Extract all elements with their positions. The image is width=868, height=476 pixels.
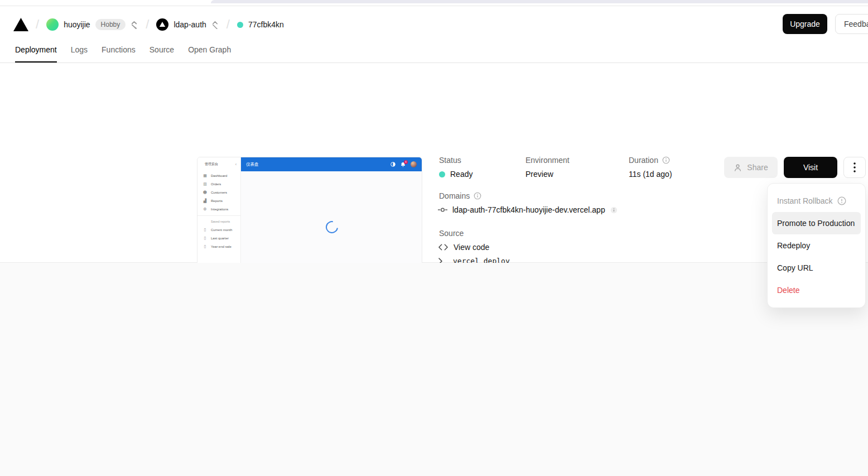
tab-deployment[interactable]: Deployment <box>15 42 57 62</box>
duration-value: 11s (1d ago) <box>629 170 672 179</box>
tab-source[interactable]: Source <box>150 42 174 62</box>
orders-icon: ▥ <box>202 182 208 186</box>
integrations-icon: ⚙ <box>202 207 208 211</box>
info-icon[interactable] <box>662 156 670 164</box>
nav-label: Last quarter <box>211 237 229 240</box>
deployment-id[interactable]: 77cfbk4kn <box>248 20 284 29</box>
breadcrumb: / huoyijie Hobby / ldap-auth / 77cfbk4kn <box>13 15 284 35</box>
deployment-context-menu: Instant Rollback Promote to Production R… <box>767 183 866 308</box>
tab-logs[interactable]: Logs <box>71 42 88 62</box>
thumbnail-topbar: 仪表盘 4 <box>241 157 422 171</box>
chevron-updown-icon <box>211 21 219 29</box>
report-file-icon: ▯ <box>202 236 208 241</box>
environment-block: Environment Preview <box>525 156 570 179</box>
deployment-details-section: Deployment Details Expand All Building 7… <box>0 263 868 476</box>
breadcrumb-separator: / <box>226 17 230 32</box>
thumbnail-nav-item: ▯Current month <box>197 225 240 234</box>
vercel-deployment-page: / huoyijie Hobby / ldap-auth / 77cfbk4kn… <box>0 0 868 476</box>
info-icon[interactable] <box>610 206 618 214</box>
menu-item-instant-rollback[interactable]: Instant Rollback <box>772 190 861 212</box>
team-avatar[interactable] <box>46 18 59 31</box>
thumbnail-topbar-icons: 4 <box>390 161 417 167</box>
environment-label: Environment <box>525 156 570 165</box>
thumbnail-nav-item: ▯Last quarter <box>197 234 240 242</box>
notifications-bell-icon: 4 <box>401 162 406 167</box>
share-label: Share <box>747 163 768 172</box>
thumbnail-nav-item: ☻Customers <box>197 188 240 196</box>
browser-top-strip <box>0 0 868 6</box>
thumbnail-nav-item: ▥Orders <box>197 180 240 188</box>
dashboard-icon: ▦ <box>202 174 208 178</box>
share-button[interactable]: Share <box>724 157 778 178</box>
report-file-icon: ▯ <box>202 244 208 249</box>
menu-item-promote-to-production[interactable]: Promote to Production <box>772 212 861 234</box>
thumbnail-nav-item: ▯Year-end sale <box>197 242 240 251</box>
domain-link-icon <box>438 206 447 213</box>
status-label: Status <box>439 156 472 165</box>
nav-label: Customers <box>211 191 227 194</box>
thumbnail-page-title: 仪表盘 <box>246 162 259 167</box>
project-logo-icon[interactable] <box>156 18 168 31</box>
duration-block: Duration 11s (1d ago) <box>629 156 672 179</box>
alert-circle-icon <box>837 196 846 205</box>
duration-label: Duration <box>629 156 672 165</box>
deployment-status-dot <box>237 22 243 28</box>
user-avatar <box>411 161 417 167</box>
source-label: Source <box>439 229 464 238</box>
report-file-icon: ▯ <box>202 228 208 232</box>
nav-label: Year-end sale <box>211 245 232 248</box>
loading-spinner <box>324 219 341 236</box>
info-icon[interactable] <box>474 192 481 200</box>
kebab-menu-icon <box>853 162 856 172</box>
domains-label: Domains <box>439 191 481 200</box>
thumbnail-sidebar-title: 管理后台 <box>205 162 218 167</box>
thumbnail-nav-item: ▟Reports <box>197 196 240 205</box>
thumbnail-nav-item: ⚙Integrations <box>197 205 240 213</box>
browser-window-edge <box>211 0 868 3</box>
nav-label: Reports <box>211 199 223 203</box>
visit-button[interactable]: Visit <box>784 157 837 178</box>
breadcrumb-separator: / <box>146 17 149 32</box>
tab-functions[interactable]: Functions <box>102 42 136 62</box>
ready-dot <box>439 171 445 177</box>
thumbnail-sidebar-header: 管理后台 ‹ <box>197 157 240 171</box>
thumbnail-nav-item: ▦Dashboard <box>197 171 240 180</box>
vercel-logo-icon[interactable] <box>13 18 28 31</box>
chevron-updown-icon <box>130 21 138 29</box>
plan-badge: Hobby <box>95 19 126 30</box>
menu-item-redeploy[interactable]: Redeploy <box>772 234 861 257</box>
domain-link[interactable]: ldap-auth-77cfbk4kn-huoyijie-dev.vercel.… <box>452 205 605 214</box>
saved-reports-heading: Saved reports <box>197 218 240 225</box>
code-icon <box>438 244 448 251</box>
nav-label: Orders <box>211 182 221 186</box>
nav-label: Integrations <box>211 208 228 211</box>
status-block: Status Ready <box>439 156 472 179</box>
menu-item-label: Instant Rollback <box>777 196 833 205</box>
upgrade-button[interactable]: Upgrade <box>783 14 827 34</box>
collapse-icon: ‹ <box>235 162 237 166</box>
menu-item-delete[interactable]: Delete <box>772 279 861 301</box>
more-options-button[interactable] <box>843 157 866 178</box>
feedback-button[interactable]: Feedback <box>835 14 868 34</box>
team-switcher-button[interactable] <box>130 21 138 29</box>
tab-open-graph[interactable]: Open Graph <box>188 42 231 62</box>
environment-value: Preview <box>525 170 570 179</box>
project-name[interactable]: ldap-auth <box>173 20 206 29</box>
team-name[interactable]: huoyijie <box>64 20 90 29</box>
notification-badge: 4 <box>404 160 408 164</box>
customers-icon: ☻ <box>202 190 208 195</box>
domain-row: ldap-auth-77cfbk4kn-huoyijie-dev.vercel.… <box>438 205 618 214</box>
nav-label: Current month <box>211 228 232 232</box>
menu-item-copy-url[interactable]: Copy URL <box>772 257 861 279</box>
view-code-label: View code <box>454 243 489 252</box>
divider <box>197 215 240 216</box>
breadcrumb-separator: / <box>36 17 39 32</box>
nav-label: Dashboard <box>211 174 227 177</box>
status-value: Ready <box>439 170 472 179</box>
view-code-link[interactable]: View code <box>438 243 489 252</box>
project-switcher-button[interactable] <box>211 21 219 29</box>
theme-toggle-icon <box>390 162 396 167</box>
person-icon <box>734 164 742 172</box>
app-header: / huoyijie Hobby / ldap-auth / 77cfbk4kn… <box>0 7 868 63</box>
header-tabs: Deployment Logs Functions Source Open Gr… <box>15 42 231 62</box>
